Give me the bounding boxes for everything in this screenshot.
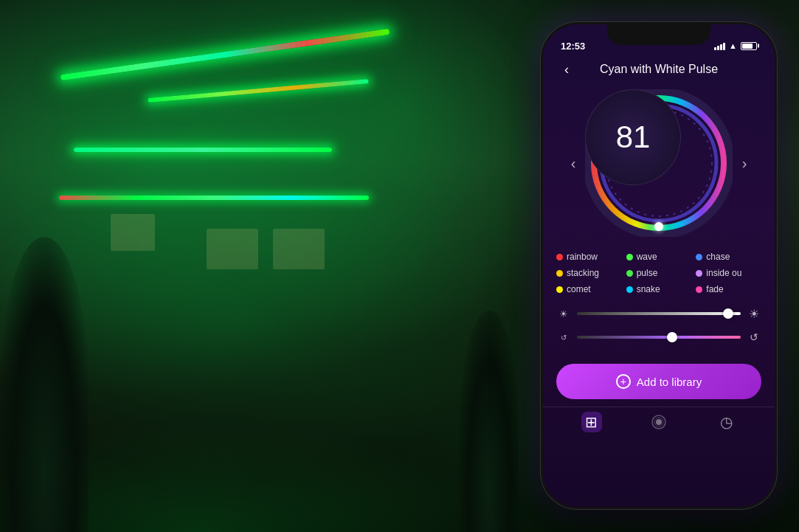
back-button[interactable]: ‹ — [556, 59, 577, 80]
effect-label-pulse: pulse — [637, 268, 658, 278]
effects-grid: rainbow wave chase stacking — [543, 244, 775, 302]
status-icons: ▲ — [714, 41, 757, 50]
led-roofline-4 — [59, 196, 369, 200]
effect-dot-rainbow — [556, 254, 563, 260]
nav-schedule[interactable]: ◷ — [716, 412, 736, 432]
signal-bar-2 — [717, 46, 719, 50]
effect-label-snake: snake — [637, 284, 660, 294]
nav-add[interactable]: ⊞ — [581, 412, 602, 432]
nav-effects-icon — [648, 412, 669, 432]
effect-dot-wave — [626, 254, 633, 260]
brightness-min-icon: ☀ — [556, 306, 571, 321]
effect-dot-fade — [696, 286, 702, 293]
window-1 — [207, 229, 258, 269]
speed-slider[interactable] — [577, 336, 741, 339]
add-icon: + — [616, 374, 631, 389]
dial-section: ‹ — [543, 82, 775, 244]
dial-inner: 81 — [585, 89, 681, 185]
screen-title: Cyan with White Pulse — [600, 63, 718, 76]
battery-level — [742, 44, 753, 49]
phone-content: 12:53 ▲ — [543, 24, 775, 507]
nav-schedule-icon: ◷ — [716, 412, 736, 432]
brightness-thumb[interactable] — [723, 308, 733, 319]
wifi-icon: ▲ — [729, 41, 737, 50]
svg-point-4 — [656, 419, 662, 425]
app-header: ‹ Cyan with White Pulse — [543, 57, 775, 82]
signal-bar-3 — [720, 44, 722, 50]
speed-min-icon: ↺ — [556, 330, 571, 345]
effect-label-stacking: stacking — [567, 268, 599, 278]
add-button-section: + Add to library — [543, 358, 775, 407]
nav-add-icon: ⊞ — [581, 412, 602, 432]
phone: 12:53 ▲ — [541, 22, 777, 509]
signal-bar-1 — [714, 47, 716, 50]
nav-effects[interactable] — [648, 412, 669, 432]
brightness-max-icon: ☀ — [747, 306, 761, 321]
phone-body: 12:53 ▲ — [541, 22, 777, 509]
effect-dot-stacking — [556, 270, 563, 277]
effect-chase[interactable]: chase — [696, 252, 761, 262]
effect-dot-pulse — [626, 270, 633, 277]
status-time: 12:53 — [561, 41, 585, 52]
phone-notch — [607, 24, 710, 45]
effect-pulse[interactable]: pulse — [626, 268, 692, 278]
add-button-label: Add to library — [637, 376, 702, 388]
sliders-section: ☀ ☀ ↺ ↺ — [543, 302, 775, 358]
speed-row: ↺ ↺ — [556, 330, 761, 345]
effect-rainbow[interactable]: rainbow — [556, 252, 622, 262]
tree-left — [0, 237, 89, 532]
speed-max-icon: ↺ — [747, 330, 761, 345]
effect-label-fade: fade — [706, 284, 723, 294]
effect-label-wave: wave — [637, 252, 657, 262]
add-to-library-button[interactable]: + Add to library — [556, 364, 761, 399]
tree-right — [460, 311, 519, 532]
phone-screen: 12:53 ▲ — [543, 24, 775, 507]
signal-icon — [714, 42, 725, 50]
color-dial[interactable]: 81 — [585, 89, 733, 237]
brightness-slider[interactable] — [577, 312, 741, 315]
effect-snake[interactable]: snake — [626, 284, 692, 294]
speed-thumb[interactable] — [667, 332, 677, 342]
effect-stacking[interactable]: stacking — [556, 268, 622, 278]
effect-inside-out[interactable]: inside ou — [696, 268, 761, 278]
effect-label-chase: chase — [706, 252, 730, 262]
dial-value: 81 — [616, 122, 651, 153]
bottom-nav: ⊞ ◷ — [543, 407, 775, 447]
dial-handle[interactable] — [654, 222, 663, 231]
effect-label-inside-out: inside ou — [706, 268, 741, 278]
effect-label-rainbow: rainbow — [567, 252, 598, 262]
effect-dot-snake — [626, 286, 633, 293]
battery-icon — [741, 42, 757, 50]
effect-comet[interactable]: comet — [556, 284, 622, 294]
effect-dot-chase — [696, 254, 702, 260]
window-2 — [273, 229, 325, 269]
window-3 — [111, 214, 155, 251]
effect-wave[interactable]: wave — [626, 252, 692, 262]
signal-bar-4 — [723, 43, 725, 50]
effect-fade[interactable]: fade — [696, 284, 761, 294]
brightness-row: ☀ ☀ — [556, 306, 761, 321]
led-roofline-3 — [74, 148, 332, 152]
next-effect-button[interactable]: › — [733, 151, 756, 175]
effect-dot-inside-out — [696, 270, 702, 277]
prev-effect-button[interactable]: ‹ — [561, 151, 585, 175]
effect-label-comet: comet — [567, 284, 591, 294]
back-icon: ‹ — [564, 62, 569, 77]
effect-dot-comet — [556, 286, 563, 293]
